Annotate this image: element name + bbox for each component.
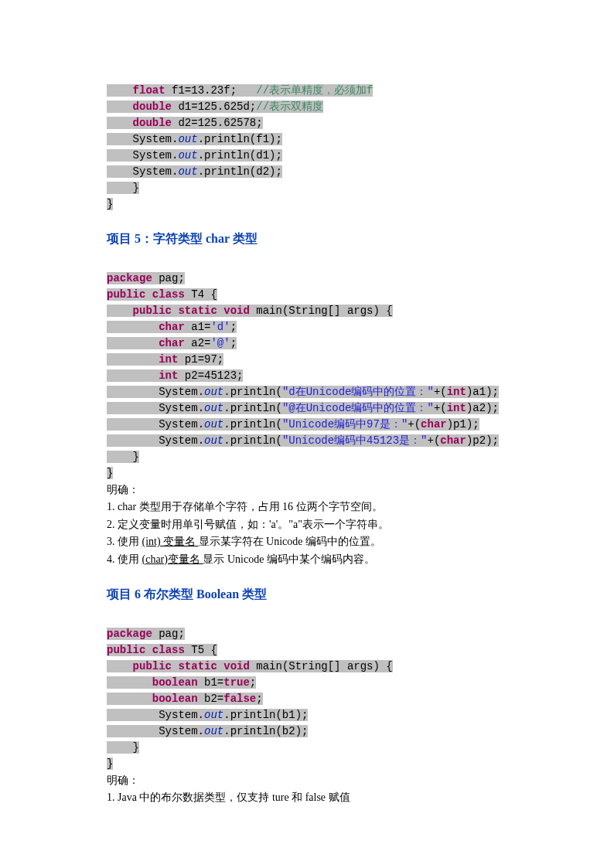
code-block-char: package pag; public class T4 { public st… — [107, 254, 507, 482]
code-block-boolean: package pag; public class T5 { public st… — [107, 610, 507, 772]
notes-char: 明确： 1. char 类型用于存储单个字符，占用 16 位两个字节空间。 2.… — [107, 482, 507, 568]
notes-boolean: 明确： 1. Java 中的布尔数据类型，仅支持 ture 和 false 赋值 — [107, 772, 507, 807]
code-block-float: float f1=13.23f; //表示单精度，必须加f double d1=… — [107, 66, 507, 213]
heading-boolean-type: 项目 6 布尔类型 Boolean 类型 — [107, 585, 507, 604]
heading-char-type: 项目 5：字符类型 char 类型 — [107, 230, 507, 248]
